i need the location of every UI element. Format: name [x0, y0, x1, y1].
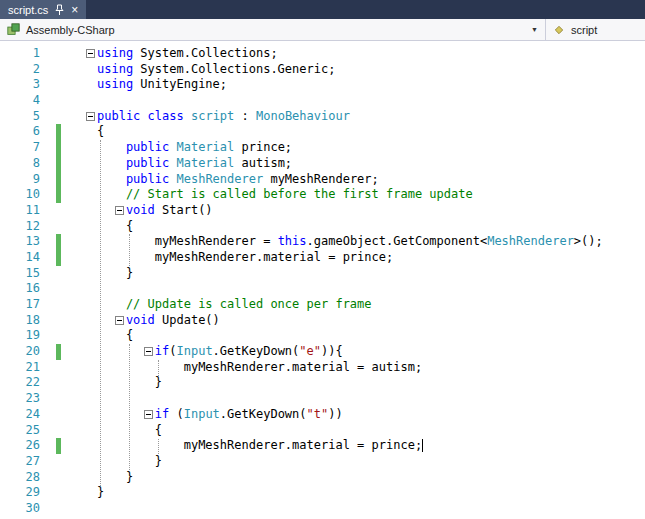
line-number: 17 [0, 297, 44, 313]
code-text-area[interactable]: } [62, 266, 645, 282]
indicator-margin[interactable] [44, 407, 62, 423]
code-token: if [155, 344, 169, 358]
code-token: Update() [155, 313, 220, 327]
code-text-area[interactable]: using UnityEngine; [62, 77, 645, 93]
code-text-area[interactable]: using System.Collections.Generic; [62, 62, 645, 78]
code-text-area[interactable] [62, 391, 645, 407]
structure-guide-line [100, 140, 101, 485]
code-line: 27} [0, 454, 645, 470]
code-text-area[interactable] [62, 501, 645, 517]
indicator-margin[interactable] [44, 234, 62, 250]
code-token: Material [176, 156, 234, 170]
code-line: 22} [0, 375, 645, 391]
code-text-area[interactable]: } [62, 454, 645, 470]
code-text-area[interactable]: myMeshRenderer = this.gameObject.GetComp… [62, 234, 645, 250]
indicator-margin[interactable] [44, 266, 62, 282]
code-line: 14myMeshRenderer.material = prince; [0, 250, 645, 266]
indicator-margin[interactable] [44, 219, 62, 235]
code-text-area[interactable]: // Start is called before the first fram… [62, 187, 645, 203]
code-text-area[interactable] [62, 281, 645, 297]
code-line: 24if (Input.GetKeyDown("t")) [0, 407, 645, 423]
fold-collapse-icon[interactable] [115, 206, 124, 215]
code-line: 2using System.Collections.Generic; [0, 62, 645, 78]
indicator-margin[interactable] [44, 344, 62, 360]
fold-collapse-icon[interactable] [86, 49, 95, 58]
indicator-margin[interactable] [44, 140, 62, 156]
indicator-margin[interactable] [44, 297, 62, 313]
code-text-area[interactable]: if (Input.GetKeyDown("t")) [62, 407, 645, 423]
indicator-margin[interactable] [44, 77, 62, 93]
code-text-area[interactable]: public MeshRenderer myMeshRenderer; [62, 172, 645, 188]
code-token: Input [176, 344, 212, 358]
indicator-margin[interactable] [44, 172, 62, 188]
indicator-margin[interactable] [44, 187, 62, 203]
code-text-area[interactable]: void Update() [62, 313, 645, 329]
code-text-area[interactable]: public Material autism; [62, 156, 645, 172]
code-tokens: } [97, 470, 133, 486]
fold-collapse-icon[interactable] [115, 316, 124, 325]
indicator-margin[interactable] [44, 438, 62, 454]
code-text-area[interactable]: { [62, 328, 645, 344]
indicator-margin[interactable] [44, 93, 62, 109]
code-text-area[interactable]: using System.Collections; [62, 46, 645, 62]
indicator-margin[interactable] [44, 423, 62, 439]
indicator-margin[interactable] [44, 454, 62, 470]
line-number: 29 [0, 485, 44, 501]
indicator-margin[interactable] [44, 470, 62, 486]
code-text-area[interactable]: myMeshRenderer.material = prince; [62, 250, 645, 266]
indicator-margin[interactable] [44, 46, 62, 62]
indicator-margin[interactable] [44, 281, 62, 297]
pin-icon[interactable] [55, 4, 64, 16]
indicator-margin[interactable] [44, 109, 62, 125]
code-line: 17// Update is called once per frame [0, 297, 645, 313]
minus-glyph [88, 53, 93, 54]
code-editor[interactable]: 1using System.Collections;2using System.… [0, 41, 645, 519]
code-text-area[interactable]: { [62, 219, 645, 235]
indicator-margin[interactable] [44, 156, 62, 172]
indicator-margin[interactable] [44, 124, 62, 140]
member-dropdown[interactable]: script [546, 19, 645, 40]
code-text-area[interactable]: } [62, 375, 645, 391]
code-text-area[interactable]: myMeshRenderer.material = prince; [62, 438, 645, 454]
indicator-margin[interactable] [44, 203, 62, 219]
indicator-margin[interactable] [44, 360, 62, 376]
indicator-margin[interactable] [44, 313, 62, 329]
code-text-area[interactable]: } [62, 470, 645, 486]
code-line: 25{ [0, 423, 645, 439]
line-number: 18 [0, 313, 44, 329]
fold-collapse-icon[interactable] [144, 347, 153, 356]
indicator-margin[interactable] [44, 250, 62, 266]
indicator-margin[interactable] [44, 375, 62, 391]
indicator-margin[interactable] [44, 62, 62, 78]
code-line: 26myMeshRenderer.material = prince; [0, 438, 645, 454]
code-text-area[interactable]: { [62, 423, 645, 439]
code-text-area[interactable]: public class script : MonoBehaviour [62, 109, 645, 125]
code-token: prince; [234, 140, 292, 154]
code-text-area[interactable]: myMeshRenderer.material = autism; [62, 360, 645, 376]
indicator-margin[interactable] [44, 501, 62, 517]
code-text-area[interactable]: } [62, 485, 645, 501]
code-text-area[interactable]: public Material prince; [62, 140, 645, 156]
fold-collapse-icon[interactable] [144, 410, 153, 419]
indicator-margin[interactable] [44, 485, 62, 501]
code-text-area[interactable]: { [62, 124, 645, 140]
code-text-area[interactable]: void Start() [62, 203, 645, 219]
code-text-area[interactable]: if(Input.GetKeyDown("e")){ [62, 344, 645, 360]
code-token: void [126, 203, 155, 217]
indicator-margin[interactable] [44, 328, 62, 344]
code-line: 28} [0, 470, 645, 486]
code-tokens: using System.Collections; [97, 46, 278, 62]
line-number: 28 [0, 470, 44, 486]
code-text-area[interactable]: // Update is called once per frame [62, 297, 645, 313]
code-line: 5public class script : MonoBehaviour [0, 109, 645, 125]
project-dropdown[interactable]: Assembly-CSharp ▼ [0, 19, 546, 40]
indicator-margin[interactable] [44, 391, 62, 407]
fold-collapse-icon[interactable] [86, 112, 95, 121]
code-line: 20if(Input.GetKeyDown("e")){ [0, 344, 645, 360]
code-tokens: { [97, 219, 133, 235]
tab-script-cs[interactable]: script.cs × [0, 0, 86, 19]
code-token: Input [184, 407, 220, 421]
structure-guide-line [158, 360, 159, 376]
code-text-area[interactable] [62, 93, 645, 109]
close-icon[interactable]: × [71, 4, 78, 16]
